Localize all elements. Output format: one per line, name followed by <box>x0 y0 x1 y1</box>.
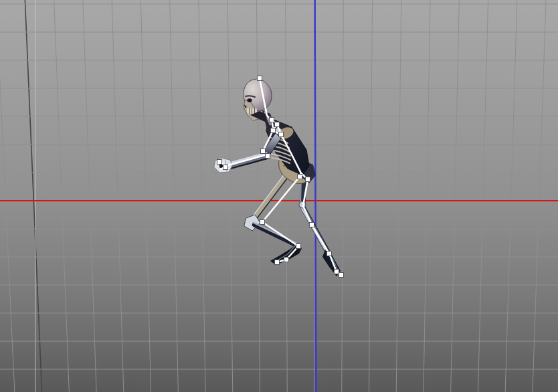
rig-joint-handle[interactable] <box>260 220 265 225</box>
grid-line <box>25 0 41 392</box>
grid-line <box>505 0 517 392</box>
grid-line <box>112 0 124 392</box>
grid-line <box>83 0 96 392</box>
rig-joint-handle[interactable] <box>339 273 344 278</box>
rig-joint-handle[interactable] <box>270 118 274 122</box>
rig-joint-handle[interactable] <box>296 244 301 249</box>
grid-line <box>227 0 233 392</box>
rig-joint-handle[interactable] <box>306 177 310 182</box>
grid-line <box>256 0 260 392</box>
grid-layer <box>0 0 558 392</box>
rig-joint-handle[interactable] <box>310 223 314 227</box>
rig-bone-line <box>303 179 341 275</box>
rig-joint-handle[interactable] <box>279 132 284 137</box>
grid-line <box>199 0 205 392</box>
grid-line <box>54 0 70 392</box>
y-axis-line <box>315 0 316 392</box>
rig-joint-handle[interactable] <box>327 252 332 256</box>
rig-joint-handle[interactable] <box>261 149 266 154</box>
grid-line <box>170 0 179 392</box>
viewport-3d[interactable] <box>0 0 558 392</box>
rig-joint-handle[interactable] <box>217 160 222 165</box>
rig-joint-handle[interactable] <box>335 270 339 274</box>
eye-socket <box>247 98 252 102</box>
rig-joint-handle[interactable] <box>223 165 228 170</box>
grid-line <box>533 0 546 392</box>
skeleton-model[interactable] <box>214 76 341 276</box>
grid-line <box>478 0 488 392</box>
rig-joint-handle[interactable] <box>275 122 280 127</box>
grid-line <box>342 0 344 392</box>
grid-line <box>286 0 288 392</box>
grid-line <box>424 0 430 392</box>
grid-line <box>451 0 460 392</box>
rig-joint-handle[interactable] <box>298 175 302 179</box>
viewport-canvas <box>0 0 558 392</box>
rig-joint-handle[interactable] <box>258 76 262 81</box>
grid-line <box>141 0 151 392</box>
rig-joint-handle[interactable] <box>271 128 276 133</box>
grid-line <box>396 0 401 392</box>
grid-line <box>0 0 15 392</box>
rig-joint-handle[interactable] <box>284 258 289 262</box>
rig-joint-handle[interactable] <box>266 154 270 159</box>
rig-overlay <box>217 76 344 278</box>
grid-line <box>369 0 372 392</box>
rig-joint-handle[interactable] <box>275 260 280 265</box>
